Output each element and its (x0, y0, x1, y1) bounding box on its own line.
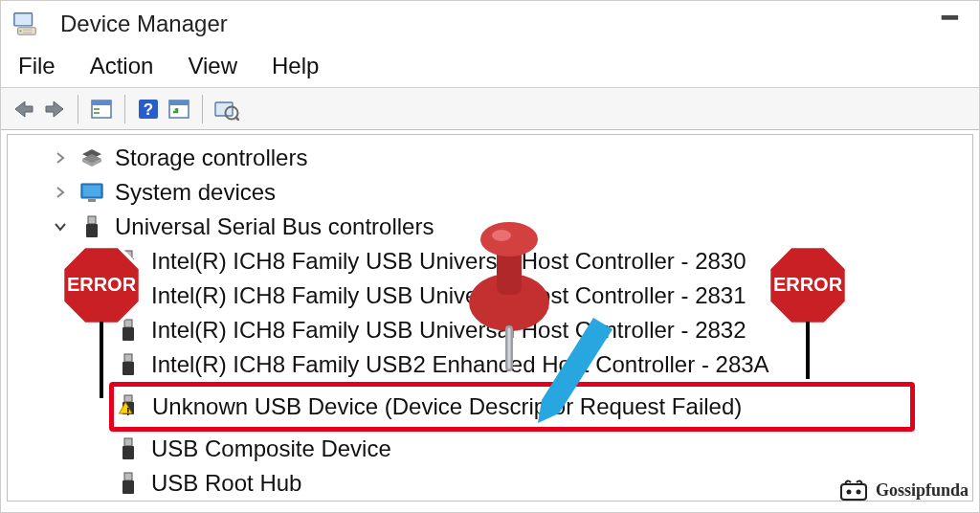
svg-rect-3 (23, 29, 32, 30)
device-manager-window: Device Manager ━ File Action View Help (0, 0, 980, 513)
svg-rect-18 (88, 199, 96, 202)
svg-rect-7 (94, 108, 100, 110)
svg-rect-27 (124, 354, 132, 362)
window-title: Device Manager (60, 11, 228, 37)
svg-point-44 (846, 490, 851, 495)
watermark-text: Gossipfunda (876, 480, 969, 501)
chevron-right-icon (54, 186, 73, 199)
svg-rect-8 (94, 112, 100, 114)
label: Intel(R) ICH8 Family USB Universal Host … (151, 248, 746, 275)
svg-rect-6 (92, 100, 111, 105)
tree-item-usb-1[interactable]: Intel(R) ICH8 Family USB Universal Host … (8, 279, 972, 313)
menu-action[interactable]: Action (90, 53, 154, 79)
usb-icon (78, 215, 105, 238)
minimize-button[interactable]: ━ (932, 13, 968, 23)
gossipfunda-logo-icon (837, 477, 870, 503)
svg-text:!: ! (126, 406, 130, 417)
svg-rect-0 (14, 12, 33, 25)
tree-node-storage[interactable]: Storage controllers (8, 141, 972, 175)
svg-rect-43 (841, 484, 866, 500)
svg-rect-20 (86, 224, 98, 237)
label: Storage controllers (115, 145, 307, 171)
monitor-icon (78, 181, 105, 204)
svg-rect-24 (122, 293, 134, 306)
label: USB Composite Device (151, 435, 391, 462)
label: Unknown USB Device (Device Descriptor Re… (152, 393, 742, 420)
help-button[interactable]: ? (133, 95, 164, 123)
svg-text:?: ? (144, 100, 153, 119)
tree-item-usb-3[interactable]: Intel(R) ICH8 Family USB2 Enhanced Host … (8, 347, 972, 382)
show-hidden-button[interactable] (86, 95, 117, 123)
svg-rect-21 (124, 251, 132, 258)
svg-rect-28 (122, 362, 134, 375)
error-highlight-box: ! Unknown USB Device (Device Descriptor … (109, 382, 915, 432)
usb-warning-icon: ! (116, 395, 143, 418)
svg-rect-19 (88, 216, 96, 224)
svg-rect-4 (23, 32, 32, 33)
tree-item-usb-0[interactable]: Intel(R) ICH8 Family USB Universal Host … (8, 244, 972, 279)
svg-rect-17 (83, 186, 100, 196)
label: System devices (115, 179, 276, 206)
label: Intel(R) ICH8 Family USB Universal Host … (151, 282, 746, 309)
usb-icon (115, 437, 142, 460)
label: Universal Serial Bus controllers (115, 213, 434, 240)
menu-help[interactable]: Help (272, 53, 319, 79)
svg-rect-32 (124, 438, 132, 446)
svg-point-2 (19, 30, 21, 32)
properties-button[interactable] (211, 95, 241, 123)
svg-rect-35 (122, 480, 134, 494)
usb-icon (115, 250, 142, 273)
svg-rect-33 (122, 446, 134, 459)
label: Intel(R) ICH8 Family USB Universal Host … (151, 317, 746, 344)
svg-rect-12 (169, 100, 189, 105)
menubar: File Action View Help (1, 47, 979, 88)
tree-node-usb-controllers[interactable]: Universal Serial Bus controllers (8, 210, 972, 244)
tree-item-usb-roothub[interactable]: USB Root Hub (8, 466, 972, 501)
svg-rect-29 (124, 395, 132, 402)
computer-icon (12, 12, 39, 35)
tree-item-usb-2[interactable]: Intel(R) ICH8 Family USB Universal Host … (8, 313, 972, 347)
chevron-right-icon (54, 151, 73, 165)
tree-node-system[interactable]: System devices (8, 175, 972, 210)
svg-line-15 (235, 117, 239, 121)
svg-rect-22 (122, 258, 134, 272)
forward-button[interactable] (39, 95, 70, 123)
toolbar: ? (1, 88, 979, 130)
usb-icon (115, 353, 142, 376)
svg-rect-34 (124, 473, 132, 480)
svg-rect-13 (215, 102, 233, 116)
menu-view[interactable]: View (188, 53, 237, 79)
label: Intel(R) ICH8 Family USB2 Enhanced Host … (151, 351, 769, 378)
svg-rect-26 (122, 327, 134, 341)
watermark: Gossipfunda (837, 477, 969, 503)
storage-icon (78, 146, 105, 169)
titlebar: Device Manager ━ (1, 1, 979, 47)
scan-button[interactable] (164, 95, 194, 123)
usb-icon (115, 284, 142, 307)
chevron-down-icon (54, 220, 73, 234)
menu-file[interactable]: File (18, 53, 56, 79)
back-button[interactable] (9, 95, 39, 123)
svg-rect-23 (124, 285, 132, 293)
svg-rect-25 (124, 320, 132, 327)
tree-item-unknown-usb[interactable]: ! Unknown USB Device (Device Descriptor … (116, 390, 908, 423)
tree-item-usb-composite[interactable]: USB Composite Device (8, 432, 972, 466)
label: USB Root Hub (151, 470, 301, 497)
device-tree[interactable]: Storage controllers System devices (7, 134, 973, 502)
usb-icon (115, 319, 142, 342)
usb-icon (115, 472, 142, 495)
svg-point-45 (856, 490, 860, 495)
